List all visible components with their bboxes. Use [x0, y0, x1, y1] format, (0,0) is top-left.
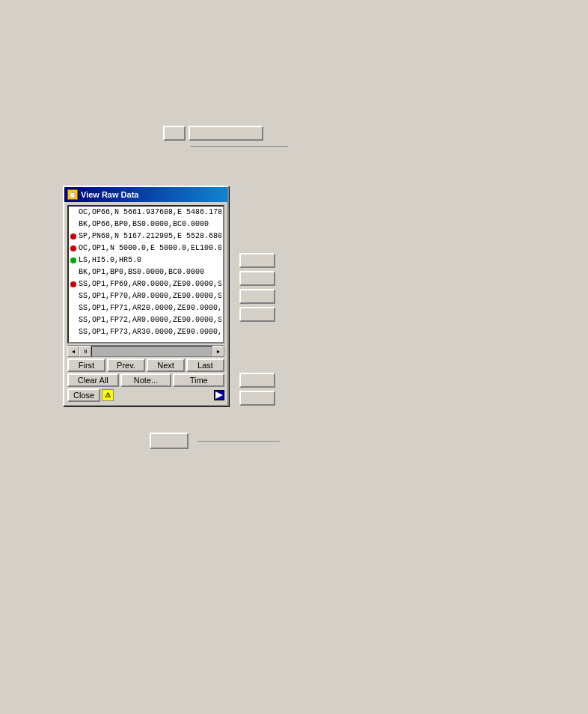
data-row-text: SS,OP1,FP72,AR0.0000,ZE90.0000,S — [79, 314, 221, 326]
right-button-2[interactable] — [239, 271, 275, 286]
scroll-track[interactable] — [91, 346, 212, 357]
list-item: SS,OP1,FP69,AR0.0000,ZE90.0000,S — [69, 278, 223, 290]
close-row: Close ⚠ — [67, 388, 224, 402]
dialog-title: View Raw Data — [81, 190, 138, 199]
list-item: SS,OP1,FP70,AR0.0000,ZE90.0000,S — [69, 290, 223, 302]
bottom-center-button[interactable] — [150, 433, 189, 449]
dot-indicator — [70, 329, 76, 335]
svg-marker-0 — [215, 391, 223, 399]
dot-indicator — [70, 222, 76, 228]
time-button[interactable]: Time — [173, 373, 224, 387]
bottom-right-buttons — [239, 373, 275, 406]
dot-indicator-green — [70, 257, 76, 263]
note-button[interactable]: Note... — [120, 373, 172, 387]
view-raw-data-dialog: 📋 View Raw Data OC,OP66,N 5661.937608,E … — [63, 186, 229, 406]
bottom-center-area — [150, 433, 280, 449]
top-button-2[interactable] — [189, 126, 263, 141]
data-list[interactable]: OC,OP66,N 5661.937608,E 5486.178 BK,OP66… — [69, 207, 223, 342]
list-item: OC,OP66,N 5661.937608,E 5486.178 — [69, 207, 223, 219]
data-row-text: SS,OP1,FP70,AR0.0000,ZE90.0000,S — [79, 290, 221, 302]
dot-indicator — [70, 293, 76, 299]
dot-indicator-red — [70, 281, 76, 287]
scroll-left-button[interactable]: ◄ — [67, 346, 79, 357]
dialog-icon: 📋 — [67, 189, 78, 200]
dot-indicator-red — [70, 234, 76, 239]
dialog-titlebar: 📋 View Raw Data — [64, 187, 227, 202]
scroll-pause-button[interactable]: ⏸ — [79, 346, 91, 357]
list-item: BK,OP66,BP0,BS0.0000,BC0.0000 — [69, 219, 223, 231]
top-button-area — [163, 126, 263, 141]
right-button-1[interactable] — [239, 253, 275, 268]
bottom-right-button-2[interactable] — [239, 391, 275, 406]
scroll-indicator-icon[interactable] — [214, 390, 224, 400]
data-row-text: OC,OP1,N 5000.0,E 5000.0,EL100.0, — [79, 242, 221, 254]
data-row-text: SS,OP1,FP71,AR20.0000,ZE90.0000, — [79, 302, 221, 314]
clear-all-button[interactable]: Clear All — [67, 373, 119, 387]
right-button-group — [239, 253, 275, 322]
list-item: SS,OP1,FP73,AR30.0000,ZE90.0000, — [69, 326, 223, 338]
data-list-container: OC,OP66,N 5661.937608,E 5486.178 BK,OP66… — [67, 205, 224, 344]
list-item: BK,OP1,BP0,BS0.0000,BC0.0000 — [69, 266, 223, 278]
next-button[interactable]: Next — [147, 358, 185, 372]
top-divider-line — [191, 146, 288, 147]
data-row-text: SS,OP1,FP73,AR30.0000,ZE90.0000, — [79, 326, 221, 338]
first-button[interactable]: First — [67, 358, 105, 372]
list-item: SP,PN68,N 5167.212905,E 5528.680 — [69, 231, 223, 242]
dot-indicator — [70, 269, 76, 275]
data-row-text: SP,PN68,N 5167.212905,E 5528.680 — [79, 231, 221, 242]
horizontal-scrollbar[interactable]: ◄ ⏸ ► — [67, 345, 224, 357]
data-row-text: BK,OP1,BP0,BS0.0000,BC0.0000 — [79, 266, 204, 278]
top-button-1[interactable] — [163, 126, 186, 141]
action-buttons-row: Clear All Note... Time — [67, 373, 224, 387]
nav-buttons-row: First Prev. Next Last — [67, 358, 224, 372]
last-button[interactable]: Last — [186, 358, 224, 372]
list-item: SS,OP1,FP71,AR20.0000,ZE90.0000, — [69, 302, 223, 314]
close-button[interactable]: Close — [67, 388, 100, 402]
data-row-text: LS,HI5.0,HR5.0 — [79, 254, 141, 266]
dialog-content: OC,OP66,N 5661.937608,E 5486.178 BK,OP66… — [64, 202, 227, 405]
dot-indicator-red — [70, 245, 76, 251]
bottom-divider-line — [197, 441, 280, 442]
dot-indicator — [70, 210, 76, 216]
dot-indicator — [70, 305, 76, 311]
warning-icon[interactable]: ⚠ — [102, 389, 114, 401]
data-row-text: OC,OP66,N 5661.937608,E 5486.178 — [79, 207, 221, 219]
list-item: OC,OP1,N 5000.0,E 5000.0,EL100.0, — [69, 242, 223, 254]
data-row-text: SS,OP1,FP69,AR0.0000,ZE90.0000,S — [79, 278, 221, 290]
data-row-text: BK,OP66,BP0,BS0.0000,BC0.0000 — [79, 219, 209, 231]
list-item: SS,OP1,FP72,AR0.0000,ZE90.0000,S — [69, 314, 223, 326]
dot-indicator — [70, 317, 76, 323]
right-button-4[interactable] — [239, 307, 275, 322]
prev-button[interactable]: Prev. — [107, 358, 145, 372]
scroll-right-button[interactable]: ► — [212, 346, 224, 357]
bottom-right-button-1[interactable] — [239, 373, 275, 388]
list-item: LS,HI5.0,HR5.0 — [69, 254, 223, 266]
right-button-3[interactable] — [239, 289, 275, 304]
